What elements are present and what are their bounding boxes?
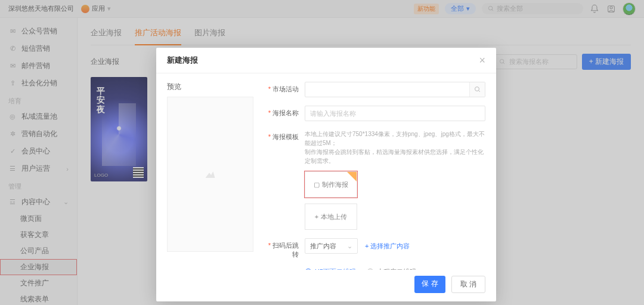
scan-jump-select[interactable]: 推广内容 ⌄ [305, 238, 358, 254]
save-button[interactable]: 保 存 [414, 276, 445, 293]
template-hint1: 本地上传建议尺寸750*1334像素，支持png、jpeg、jpg格式，最大不能… [305, 130, 485, 147]
template-icon: ▢ [314, 181, 320, 189]
template-hint2: 制作海报将会跳转到客贴，精选海量海报素材供您选择，满足个性化定制需求。 [305, 147, 485, 165]
corner-badge [347, 172, 357, 181]
market-activity-input[interactable] [305, 82, 485, 97]
modal-title: 新建海报 [167, 55, 198, 66]
close-icon[interactable]: × [479, 55, 485, 66]
preview-label: 预览 [167, 82, 253, 92]
plus-icon: + [315, 213, 318, 220]
preview-box [167, 97, 253, 252]
label-poster-name: 海报名称 [264, 106, 299, 118]
poster-name-input[interactable] [305, 106, 485, 121]
search-icon[interactable] [469, 82, 485, 97]
label-market-activity: 市场活动 [264, 82, 299, 94]
label-poster-template: 海报模板 [264, 130, 299, 141]
cancel-button[interactable]: 取 消 [451, 276, 485, 293]
label-scan-jump: 扫码后跳转 [264, 238, 299, 259]
tile-local-upload[interactable]: + 本地上传 [305, 204, 357, 230]
choose-content-link[interactable]: + 选择推广内容 [365, 242, 410, 251]
new-poster-modal: 新建海报 × 预览 市场活动 海报名称 [156, 48, 496, 301]
chevron-down-icon: ⌄ [347, 242, 352, 250]
svg-point-6 [475, 87, 479, 91]
svg-line-7 [478, 91, 480, 93]
tile-make-poster[interactable]: ▢ 制作海报 [305, 171, 357, 198]
